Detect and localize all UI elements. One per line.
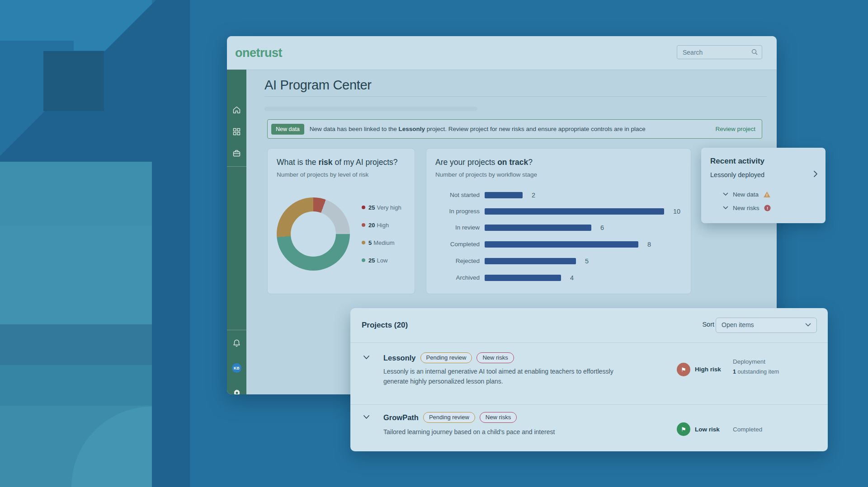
project-description: Tailored learning journey based on a chi…	[383, 427, 616, 437]
bg-stripe	[0, 365, 152, 406]
card-subtitle: Number of projects by level of risk	[277, 171, 368, 178]
project-stage: Completed	[733, 426, 762, 433]
app-header: onetrust	[227, 36, 777, 70]
bg-shape	[0, 0, 74, 41]
card-title: What is the risk of my AI projects?	[277, 158, 398, 167]
legend-item: 20High	[362, 220, 389, 229]
onetrust-logo: onetrust	[235, 46, 282, 60]
project-name[interactable]: Lessonly	[383, 354, 416, 362]
donut-hole	[291, 211, 336, 257]
bar	[485, 275, 561, 281]
bar	[485, 225, 591, 231]
flag-icon: ⚑	[677, 422, 690, 436]
new-data-banner: New data New data has been linked to the…	[267, 119, 762, 139]
alert-circle-icon: !	[764, 205, 771, 211]
status-badge-pending-review: Pending review	[423, 412, 475, 423]
legend-dot-high	[362, 223, 365, 227]
risk-donut-chart	[277, 197, 350, 271]
sidebar-nav: KB ?	[227, 70, 246, 394]
projects-panel: Projects (20) Sort Open items Lessonly P…	[350, 308, 828, 451]
bg-quarter-circle	[0, 407, 152, 487]
project-description: Lessonly is an internal generative AI to…	[383, 367, 616, 386]
bar-row: In review6	[426, 224, 691, 231]
svg-text:!: !	[766, 206, 768, 211]
banner-message: New data has been linked to the Lessonly…	[310, 126, 646, 132]
chevron-down-icon[interactable]	[723, 206, 728, 210]
divider	[350, 404, 828, 405]
sort-dropdown[interactable]: Open items	[716, 318, 817, 333]
bar	[485, 192, 523, 198]
bell-icon[interactable]	[232, 339, 241, 347]
legend-item: 25Low	[362, 256, 387, 265]
loading-placeholder-bar	[264, 107, 477, 111]
project-stage: Deployment	[733, 358, 765, 365]
project-name-row: Lessonly Pending review New risks	[383, 352, 514, 364]
avatar[interactable]: KB	[232, 363, 241, 373]
legend-dot-low	[362, 258, 365, 262]
bar-row: Rejected5	[426, 258, 691, 265]
home-icon[interactable]	[232, 106, 241, 114]
card-title: Are your projects on track?	[435, 158, 533, 167]
search-icon	[751, 49, 758, 55]
panel-title: Recent activity	[710, 157, 764, 166]
bar	[485, 241, 638, 248]
risk-level-label: High risk	[695, 366, 721, 373]
chevron-down-icon	[805, 323, 811, 327]
chevron-down-icon[interactable]	[363, 415, 370, 419]
bar	[485, 208, 664, 215]
search-box[interactable]	[677, 45, 762, 59]
projects-title: Projects (20)	[362, 321, 408, 330]
activity-item[interactable]: New risks !	[723, 204, 771, 212]
recent-activity-panel: Recent activity Lessonly deployed New da…	[701, 148, 826, 223]
flag-icon: ⚑	[677, 363, 690, 376]
sort-value: Open items	[722, 321, 754, 328]
bar-row: Completed8	[426, 241, 691, 248]
bar-row: In progress10	[426, 208, 691, 215]
bar	[485, 258, 576, 264]
sidebar-divider	[227, 166, 246, 167]
legend-dot-very-high	[362, 206, 365, 209]
chevron-down-icon[interactable]	[723, 192, 728, 196]
project-name[interactable]: GrowPath	[383, 413, 419, 422]
search-input[interactable]	[682, 47, 747, 57]
status-badge-pending-review: Pending review	[420, 352, 472, 363]
card-subtitle: Number of projects by workflow stage	[435, 171, 537, 178]
risk-level-label: Low risk	[695, 426, 720, 433]
bg-stripe	[0, 162, 152, 226]
divider	[264, 96, 767, 97]
risk-chart-card: What is the risk of my AI projects? Numb…	[267, 148, 415, 294]
apps-grid-icon[interactable]	[232, 127, 241, 136]
briefcase-icon[interactable]	[232, 149, 241, 158]
gear-icon[interactable]	[232, 389, 241, 394]
outstanding-items: 1 outstanding item	[733, 369, 779, 375]
legend-item: 25Very high	[362, 203, 401, 212]
svg-text:!: !	[766, 193, 768, 197]
sort-label: Sort	[702, 321, 714, 328]
chevron-down-icon[interactable]	[363, 355, 370, 360]
bar-row: Not started2	[426, 192, 691, 199]
activity-item[interactable]: New data !	[723, 190, 771, 198]
sidebar-divider	[227, 330, 246, 330]
new-data-badge: New data	[271, 124, 304, 135]
warning-triangle-icon: !	[763, 191, 771, 198]
bg-stripe	[0, 226, 152, 324]
activity-event: Lessonly deployed	[710, 171, 764, 178]
legend-dot-medium	[362, 241, 365, 244]
chevron-right-icon[interactable]	[813, 170, 818, 178]
divider	[350, 342, 828, 343]
bg-stripe	[0, 324, 152, 365]
status-badge-new-risks: New risks	[476, 352, 514, 363]
status-badge-new-risks: New risks	[480, 412, 517, 423]
bar-row: Archived4	[426, 274, 691, 281]
bg-dark-square	[43, 51, 104, 111]
page-title: AI Program Center	[264, 78, 372, 93]
project-name-row: GrowPath Pending review New risks	[383, 412, 517, 423]
workflow-chart-card: Are your projects on track? Number of pr…	[426, 148, 691, 294]
legend-item: 5Medium	[362, 238, 394, 247]
review-project-link[interactable]: Review project	[715, 126, 755, 132]
